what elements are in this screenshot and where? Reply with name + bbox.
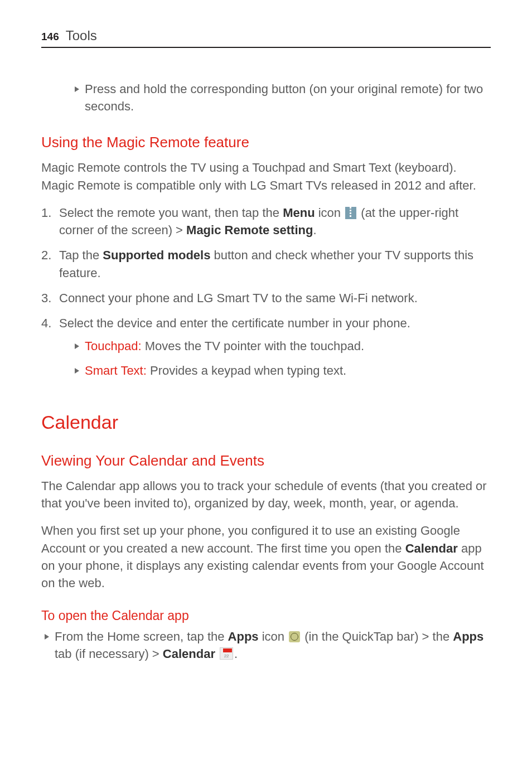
page-number: 146 [41, 31, 59, 43]
text: When you first set up your phone, you co… [41, 524, 460, 555]
bold-text: Menu [283, 206, 315, 220]
triangle-bullet-icon [75, 368, 79, 374]
apps-icon [289, 631, 300, 642]
bold-text: Apps [228, 630, 259, 643]
text: Select the remote you want, then tap the [59, 206, 283, 220]
text: . [313, 223, 316, 237]
triangle-bullet-icon [45, 634, 49, 640]
list-item: 3. Connect your phone and LG Smart TV to… [41, 289, 491, 307]
bullet-text: Press and hold the corresponding button … [85, 80, 491, 115]
list-item: Smart Text: Provides a keypad when typin… [75, 362, 491, 379]
list-item: 4. Select the device and enter the certi… [41, 314, 491, 386]
bold-text: Calendar [405, 541, 458, 555]
step-text: Select the remote you want, then tap the… [59, 204, 491, 239]
text: . [234, 647, 238, 661]
calendar-icon [220, 647, 233, 660]
bold-red-text: Touchpad: [85, 339, 142, 353]
bold-text: Calendar [163, 647, 215, 661]
text: Provides a keypad when typing text. [147, 364, 346, 377]
bullet-text: From the Home screen, tap the Apps icon … [55, 628, 491, 662]
text: icon [315, 206, 345, 220]
bold-text: Apps [453, 630, 483, 643]
heading-magic-remote: Using the Magic Remote feature [41, 134, 491, 151]
text: (in the QuickTap bar) > the [301, 630, 453, 643]
paragraph: The Calendar app allows you to track you… [41, 477, 491, 512]
text: icon [259, 630, 288, 643]
text: tab (if necessary) > [55, 647, 163, 661]
step-number: 3. [41, 289, 55, 307]
bold-text: Supported models [103, 248, 210, 262]
bold-text: Magic Remote setting [186, 223, 313, 237]
step-number: 4. [41, 314, 55, 386]
running-header: 146 Tools [41, 28, 491, 48]
heading-open-calendar: To open the Calendar app [41, 608, 491, 623]
section-name: Tools [66, 28, 97, 43]
list-item: 1. Select the remote you want, then tap … [41, 204, 491, 239]
step-text: Tap the Supported models button and chec… [59, 246, 491, 281]
text: Select the device and enter the certific… [59, 316, 410, 330]
numbered-list: 1. Select the remote you want, then tap … [41, 204, 491, 386]
paragraph: When you first set up your phone, you co… [41, 522, 491, 592]
step-number: 1. [41, 204, 55, 239]
intro-bullet-list: Press and hold the corresponding button … [41, 80, 491, 115]
text: Moves the TV pointer with the touchpad. [142, 339, 365, 353]
triangle-bullet-icon [75, 343, 79, 349]
nested-bullet-list: Touchpad: Moves the TV pointer with the … [59, 337, 491, 379]
bullet-text: Touchpad: Moves the TV pointer with the … [85, 337, 491, 355]
paragraph: Magic Remote controls the TV using a Tou… [41, 159, 491, 193]
list-item: 2. Tap the Supported models button and c… [41, 246, 491, 281]
manual-page: 146 Tools Press and hold the correspondi… [0, 0, 532, 703]
heading-calendar: Calendar [41, 411, 491, 433]
bullet-text: Smart Text: Provides a keypad when typin… [85, 362, 491, 379]
text: From the Home screen, tap the [55, 630, 228, 643]
step-text: Select the device and enter the certific… [59, 314, 491, 386]
step-number: 2. [41, 246, 55, 281]
text: Tap the [59, 248, 103, 262]
triangle-bullet-icon [75, 86, 79, 92]
list-item: Touchpad: Moves the TV pointer with the … [75, 337, 491, 355]
menu-icon [345, 207, 356, 219]
list-item: Press and hold the corresponding button … [75, 80, 491, 115]
step-text: Connect your phone and LG Smart TV to th… [59, 289, 491, 307]
heading-viewing-calendar: Viewing Your Calendar and Events [41, 452, 491, 469]
list-item: From the Home screen, tap the Apps icon … [41, 628, 491, 662]
bold-red-text: Smart Text: [85, 364, 147, 377]
